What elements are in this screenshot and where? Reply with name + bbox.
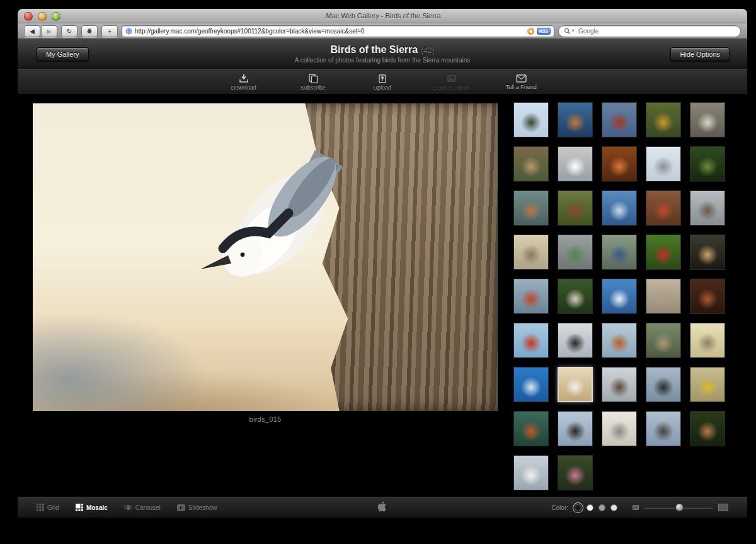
thumbnail[interactable] — [558, 323, 593, 358]
thumbnail[interactable] — [690, 367, 725, 402]
window-controls — [24, 12, 60, 21]
thumbnail[interactable] — [558, 102, 593, 137]
small-size-icon — [633, 505, 639, 510]
thumbnail[interactable] — [558, 367, 593, 402]
download-label: Download — [231, 84, 256, 91]
forward-button[interactable]: ▶ — [41, 25, 57, 37]
thumbnail[interactable] — [558, 146, 593, 182]
thumbnail[interactable] — [646, 102, 681, 137]
thumbnail[interactable] — [558, 455, 593, 490]
thumbnail[interactable] — [513, 234, 549, 270]
search-input[interactable] — [577, 27, 735, 35]
thumbnail[interactable] — [602, 190, 637, 226]
thumbnail[interactable] — [513, 190, 549, 226]
nuthatch-bird — [33, 103, 498, 411]
thumbnail[interactable] — [690, 146, 725, 182]
view-slideshow-label: Slideshow — [188, 504, 217, 511]
thumbnail[interactable] — [513, 411, 549, 446]
thumbnail[interactable] — [558, 279, 593, 314]
download-button[interactable]: Download — [226, 74, 262, 91]
thumbnail[interactable] — [690, 411, 725, 446]
view-carousel-button[interactable]: Carousel — [124, 504, 161, 511]
thumbnail[interactable] — [602, 279, 637, 314]
thumbnail[interactable] — [646, 279, 681, 314]
hide-options-button[interactable]: Hide Options — [670, 47, 730, 61]
display-controls: Color: — [551, 504, 728, 511]
view-grid-button[interactable]: Grid — [37, 504, 59, 511]
close-button[interactable] — [24, 12, 33, 21]
size-slider-track[interactable] — [644, 507, 713, 509]
report-bug-button[interactable] — [81, 25, 98, 37]
search-field[interactable] — [558, 25, 741, 37]
zoom-button[interactable] — [52, 12, 60, 21]
thumbnail[interactable] — [558, 411, 593, 446]
thumbnail[interactable] — [646, 146, 681, 182]
send-to-album-icon — [447, 74, 457, 83]
thumbnail[interactable] — [558, 190, 593, 226]
send-to-album-label: Send to Album — [433, 84, 471, 91]
address-bar[interactable]: http://gallery.mac.com/geoffreykoops#100… — [122, 25, 554, 37]
color-option[interactable] — [587, 504, 593, 511]
gallery-page: Birds of the Sierra(42) A collection of … — [18, 39, 747, 535]
thumbnail[interactable] — [602, 102, 637, 137]
window-titlebar[interactable]: .Mac Web Gallery - Birds of the Sierra — [18, 9, 747, 23]
thumbnail[interactable] — [602, 234, 637, 270]
thumbnail[interactable] — [602, 323, 637, 358]
thumbnail[interactable] — [602, 411, 637, 446]
thumbnail[interactable] — [690, 190, 725, 226]
thumbnail[interactable] — [513, 455, 549, 490]
tell-a-friend-label: Tell a Friend — [506, 84, 537, 90]
color-option[interactable] — [598, 504, 605, 511]
color-option[interactable] — [575, 504, 581, 511]
photo-count: (42) — [421, 46, 434, 55]
globe-icon — [125, 28, 132, 35]
thumbnail[interactable] — [602, 367, 637, 402]
thumbnail[interactable] — [513, 146, 549, 182]
upload-label: Upload — [373, 84, 391, 91]
thumbnail[interactable] — [513, 102, 549, 137]
color-option[interactable] — [610, 504, 617, 511]
tell-a-friend-button[interactable]: Tell a Friend — [503, 74, 539, 90]
minimize-button[interactable] — [38, 12, 47, 21]
color-label: Color: — [551, 504, 568, 511]
search-icon — [564, 28, 575, 35]
thumbnail[interactable] — [646, 367, 681, 402]
thumbnail[interactable] — [690, 234, 725, 270]
upload-button[interactable]: Upload — [364, 74, 401, 91]
view-slideshow-button[interactable]: Slideshow — [177, 504, 217, 511]
gallery-header: Birds of the Sierra(42) A collection of … — [18, 39, 747, 69]
thumbnail[interactable] — [646, 234, 681, 270]
thumbnail[interactable] — [646, 323, 681, 358]
view-mosaic-button[interactable]: Mosaic — [76, 504, 108, 511]
subscribe-button[interactable]: Subscribe — [295, 74, 331, 91]
rss-badge[interactable]: RSS — [537, 28, 551, 35]
large-size-icon — [718, 504, 728, 511]
send-to-album-button[interactable]: Send to Album — [433, 74, 471, 91]
thumbnail[interactable] — [690, 102, 725, 137]
thumbnail[interactable] — [646, 411, 681, 446]
gallery-title-block: Birds of the Sierra(42) A collection of … — [18, 44, 747, 64]
thumbnail[interactable] — [646, 190, 681, 226]
snapback-icon[interactable]: ◀ — [527, 28, 534, 35]
tell-a-friend-icon — [516, 74, 527, 83]
main-photo[interactable] — [33, 103, 498, 411]
thumbnail[interactable] — [513, 323, 549, 358]
window-title: .Mac Web Gallery - Birds of the Sierra — [324, 12, 440, 20]
thumbnail[interactable] — [690, 323, 725, 358]
thumbnail[interactable] — [602, 146, 637, 182]
size-slider-thumb[interactable] — [675, 504, 684, 512]
download-icon — [239, 74, 249, 83]
back-button[interactable]: ◀ — [24, 25, 40, 37]
thumbnail-grid — [513, 102, 725, 490]
thumbnail[interactable] — [690, 279, 725, 314]
thumbnail[interactable] — [513, 279, 549, 314]
view-switcher: Grid Mosaic Carousel — [37, 504, 217, 511]
upload-icon — [377, 74, 387, 83]
gallery-subtitle: A collection of photos featuring birds f… — [18, 57, 747, 64]
gallery-toolbar: Download Subscribe Upload — [18, 69, 747, 95]
my-gallery-button[interactable]: My Gallery — [37, 47, 89, 61]
add-bookmark-button[interactable]: + — [101, 25, 118, 37]
reload-button[interactable]: ↻ — [61, 25, 77, 37]
thumbnail[interactable] — [513, 367, 549, 402]
thumbnail[interactable] — [558, 234, 593, 270]
